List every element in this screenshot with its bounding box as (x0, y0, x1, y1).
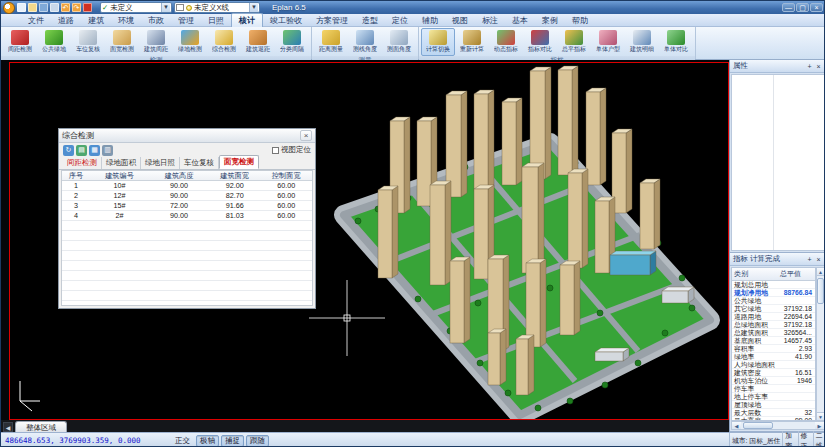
ribbon-button-车位复核[interactable]: 车位复核 (71, 28, 105, 56)
menu-tab-视图[interactable]: 视图 (445, 14, 475, 27)
ribbon-button-距离测量[interactable]: 距离测量 (314, 28, 348, 56)
column-header[interactable]: 建筑面宽 (209, 171, 261, 181)
menu-tab-环境[interactable]: 环境 (111, 14, 141, 27)
status-segment[interactable]: 修正 (798, 431, 811, 447)
column-header[interactable]: 建筑编号 (90, 171, 150, 181)
menu-tab-辅助[interactable]: 辅助 (415, 14, 445, 27)
dialog-tab-绿地面积[interactable]: 绿地面积 (102, 157, 141, 169)
layer-combo[interactable]: ✓ 未定义 ▼ (100, 2, 172, 13)
column-header[interactable]: 类别 (732, 268, 778, 280)
chevron-down-icon[interactable]: ▼ (161, 3, 170, 12)
dialog-tab-绿地日照[interactable]: 绿地日照 (141, 157, 180, 169)
column-header[interactable]: 控制面宽 (260, 171, 312, 181)
ribbon-button-间距检测[interactable]: 间距检测 (3, 28, 37, 56)
redo-icon[interactable]: ↷ (72, 3, 81, 12)
linetype-combo[interactable]: 未定义X线 ▼ (174, 2, 260, 13)
dialog-tab-面宽检测[interactable]: 面宽检测 (219, 155, 259, 169)
chart-icon[interactable]: ▤ (76, 145, 87, 156)
ribbon-button-建筑退距[interactable]: 建筑退距 (241, 28, 275, 56)
dialog-close-icon[interactable]: × (300, 130, 312, 141)
ribbon-button-测线角度[interactable]: 测线角度 (348, 28, 382, 56)
table-icon[interactable]: ▦ (89, 145, 100, 156)
undo-icon[interactable]: ↶ (61, 3, 70, 12)
table-row[interactable]: 315#72.0091.6660.00 (62, 201, 312, 211)
ribbon-button-测面角度[interactable]: 测面角度 (382, 28, 416, 56)
table-row[interactable]: 110#90.0092.0060.00 (62, 181, 312, 191)
menu-tab-案例[interactable]: 案例 (535, 14, 565, 27)
scroll-down-icon[interactable]: ▼ (817, 412, 824, 420)
plot-icon[interactable] (50, 3, 59, 12)
menu-tab-基本[interactable]: 基本 (505, 14, 535, 27)
column-header[interactable]: 建筑高度 (149, 171, 209, 181)
chevron-down-icon[interactable]: ▼ (249, 3, 258, 12)
save-icon[interactable] (39, 3, 48, 12)
menu-tab-核计[interactable]: 核计 (231, 13, 263, 27)
app-logo-icon[interactable] (3, 2, 15, 14)
close-icon[interactable]: × (814, 62, 823, 71)
maximize-button[interactable]: ▢ (796, 3, 809, 12)
ribbon-button-分类间隔[interactable]: 分类间隔 (275, 28, 309, 56)
tree (415, 296, 421, 302)
pin-icon[interactable]: + (805, 62, 814, 71)
ribbon-button-指标对比[interactable]: 指标对比 (523, 28, 557, 56)
minimize-button[interactable]: — (782, 3, 795, 12)
menu-tab-帮助[interactable]: 帮助 (565, 14, 595, 27)
tab-nav-left-icon[interactable]: ◀ (3, 422, 13, 432)
ribbon-button-动态指标[interactable]: 动态指标 (489, 28, 523, 56)
close-button[interactable]: × (810, 3, 823, 12)
status-segment[interactable]: 加密 (782, 431, 795, 447)
export-icon[interactable]: ▥ (102, 145, 113, 156)
menu-tab-标注[interactable]: 标注 (475, 14, 505, 27)
pin-icon[interactable]: + (805, 255, 814, 264)
ribbon-button-总平指标[interactable]: 总平指标 (557, 28, 591, 56)
properties-grid[interactable] (731, 74, 825, 251)
dialog-tab-车位复核[interactable]: 车位复核 (180, 157, 219, 169)
ribbon-button-计算切换[interactable]: 计算切换 (421, 28, 455, 56)
ribbon-button-综合检测[interactable]: 综合检测 (207, 28, 241, 56)
dialog-tab-间距检测[interactable]: 间距检测 (63, 157, 102, 169)
ribbon-button-单体户型[interactable]: 单体户型 (591, 28, 625, 56)
column-header[interactable]: 序号 (62, 171, 90, 181)
menu-tab-管理[interactable]: 管理 (171, 14, 201, 27)
toggle-捕捉[interactable]: 捕捉 (221, 435, 244, 447)
indicator-value: 88766.84 (778, 289, 814, 296)
new-file-icon[interactable] (17, 3, 26, 12)
scrollbar-thumb[interactable] (817, 278, 824, 304)
ribbon-button-面宽检测[interactable]: 面宽检测 (105, 28, 139, 56)
menu-tab-建筑[interactable]: 建筑 (81, 14, 111, 27)
menu-tab-方案管理[interactable]: 方案管理 (309, 14, 355, 27)
ribbon-button-绿地检测[interactable]: 绿地检测 (173, 28, 207, 56)
vertical-scrollbar[interactable]: ▲ ▼ (816, 267, 825, 421)
toggle-正交[interactable]: 正交 (171, 435, 194, 447)
scroll-up-icon[interactable]: ▲ (817, 268, 824, 276)
toggle-跟随[interactable]: 跟随 (246, 435, 269, 447)
menu-tab-市政[interactable]: 市政 (141, 14, 171, 27)
refresh-icon[interactable]: ↻ (63, 145, 74, 156)
menu-tab-文件[interactable]: 文件 (21, 14, 51, 27)
table-row[interactable]: 42#90.0081.0360.00 (62, 211, 312, 221)
scrollbar-thumb[interactable] (743, 422, 773, 429)
open-file-icon[interactable] (28, 3, 37, 12)
status-segment[interactable]: 二维 (813, 431, 825, 447)
ribbon-button-建筑间距[interactable]: 建筑间距 (139, 28, 173, 56)
record-icon[interactable] (83, 3, 92, 12)
scroll-right-icon[interactable]: ▶ (815, 422, 824, 429)
menu-tab-定位[interactable]: 定位 (385, 14, 415, 27)
column-header[interactable]: 总平值 (778, 268, 803, 280)
ribbon-button-单体对比[interactable]: 单体对比 (659, 28, 693, 56)
drawing-tab[interactable]: 整体区域 (15, 421, 67, 432)
scroll-left-icon[interactable]: ◀ (732, 422, 741, 429)
ribbon-button-公共绿地[interactable]: 公共绿地 (37, 28, 71, 56)
menu-tab-竣工验收[interactable]: 竣工验收 (263, 14, 309, 27)
ribbon-button-重新计算[interactable]: 重新计算 (455, 28, 489, 56)
close-icon[interactable]: × (814, 255, 823, 264)
toggle-极轴[interactable]: 极轴 (196, 435, 219, 447)
menu-tab-日照[interactable]: 日照 (201, 14, 231, 27)
dialog-title-bar[interactable]: 综合检测 × (59, 129, 315, 143)
menu-tab-造型[interactable]: 造型 (355, 14, 385, 27)
table-row[interactable]: 212#90.0082.7060.00 (62, 191, 312, 201)
ribbon-button-建筑明细[interactable]: 建筑明细 (625, 28, 659, 56)
menu-tab-道路[interactable]: 道路 (51, 14, 81, 27)
horizontal-scrollbar[interactable]: ◀ ▶ (731, 421, 825, 430)
view-locate-checkbox[interactable]: 视图定位 (272, 145, 311, 155)
